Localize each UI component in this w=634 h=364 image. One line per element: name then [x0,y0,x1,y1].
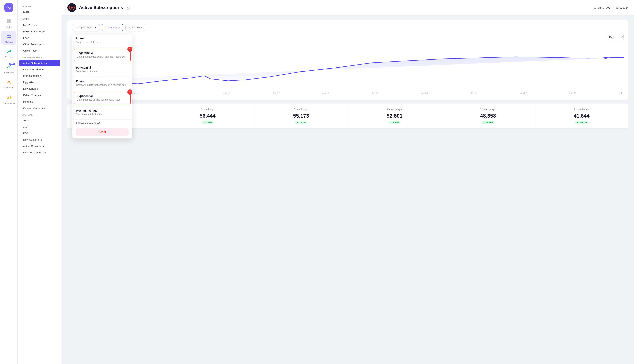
sidebar-item-arpu[interactable]: ARPU [19,117,60,124]
app-logo[interactable] [5,3,13,12]
trendline-logarithmic[interactable]: Logarithmic Data that changes quickly an… [74,49,131,62]
stat-value-1: 56,444 [164,113,251,119]
product-logo [67,3,76,12]
sidebar-item-refunds[interactable]: Refunds [19,98,60,105]
info-icon[interactable]: ℹ [126,6,130,10]
trendlines-dropdown: Linear Simple linear data sets 1 Logarit… [72,34,132,138]
moving-average-desc: Smoothes out fluctuations [76,113,128,116]
svg-rect-7 [9,37,11,38]
trendlines-label: Trendlines [105,26,117,29]
stat-24months: 24 months ago 41,644 ▲ 36.47% [535,104,628,128]
compare-dates-label: Compare Dates [76,26,94,29]
page-title: Active Subscriptions [79,5,123,10]
divider-6 [72,119,132,120]
sidebar-item-active-customers[interactable]: Active Customers [19,143,60,149]
sidebar: Revenue MRR ARR Net Revenue MRR Growth R… [18,0,62,364]
svg-rect-1 [9,20,11,21]
trendlines-button[interactable]: Trendlines ▴ [102,24,123,31]
sidebar-item-forecast-plus[interactable]: BETA Forecast+ [1,62,17,75]
home-label: Home [6,26,12,28]
x-label-9: Jun 27 [520,92,527,94]
sidebar-item-plan-quantities[interactable]: Plan Quantities [19,73,60,79]
sidebar-item-asp[interactable]: ASP [19,124,60,130]
sidebar-item-benchmarks[interactable]: Benchmarks [1,92,17,106]
customers-label: Customers [4,86,14,89]
x-label-5: Jun 19 [322,92,329,94]
compare-dates-button[interactable]: Compare Dates ▾ [72,24,100,31]
home-icon [5,18,13,25]
sidebar-item-fees[interactable]: Fees [19,35,60,41]
stat-1month: 1 month ago 56,444 ▲ 0.69% [161,104,254,128]
what-are-trendlines[interactable]: ℹ What are trendlines? [72,120,132,127]
svg-rect-11 [10,96,11,99]
sidebar-item-home[interactable]: Home [1,16,17,30]
icon-bar: Home Metrics Forecast [0,0,18,364]
content-area: Compare Dates ▾ Trendlines ▴ Annotations [62,16,634,364]
divider-5 [72,106,132,106]
sidebar-item-other-revenue[interactable]: Other Revenue [19,41,60,48]
sidebar-item-metrics[interactable]: Metrics [1,31,17,45]
benchmarks-icon [5,94,13,101]
stat-change-1: ▲ 0.69% [201,120,214,124]
stats-row: Current 56,831 1 month ago 56,444 ▲ 0.69… [67,104,628,128]
days-select[interactable]: Days Weeks Months [606,34,623,40]
stat-change-4: ▲ 17.52% [481,120,495,124]
sidebar-item-ltv[interactable]: LTV [19,130,60,136]
badge-1: 1 [127,47,132,52]
up-arrow-4: ▲ [483,121,485,124]
sidebar-item-new-customers[interactable]: New Customers [19,136,60,143]
sidebar-item-active-subscriptions[interactable]: Active Subscriptions [19,60,60,66]
stat-value-2: 55,173 [258,113,344,119]
divider-4 [72,90,132,90]
sidebar-item-upgrades[interactable]: Upgrades [19,79,60,86]
linear-desc: Simple linear data sets [76,41,128,44]
customer-section-label: Customer [18,111,62,117]
chevron-down-icon: ▾ [95,26,96,29]
x-label-11: Jul 1 [619,92,623,94]
toolbar: Compare Dates ▾ Trendlines ▴ Annotations [72,24,623,31]
power-desc: Comparing data that changes at a specifi… [76,84,128,87]
page-header: Active Subscriptions ℹ 🗓 Jun 3, 2024 → J… [62,0,634,16]
sidebar-item-new-subscriptions[interactable]: New Subscriptions [19,66,60,73]
stat-value-4: 48,358 [445,113,531,119]
sidebar-item-quick-ratio[interactable]: Quick Ratio [19,48,60,54]
stat-period-3: 6 months ago [351,108,438,111]
trendline-power[interactable]: Power Comparing data that changes at a s… [72,77,132,90]
svg-rect-9 [7,98,8,99]
metrics-icon [5,33,13,40]
svg-rect-0 [7,20,9,21]
date-range[interactable]: 🗓 Jun 3, 2024 → Jul 2, 2024 [594,6,628,9]
trendline-moving-average[interactable]: Moving Average Smoothes out fluctuations [72,106,132,119]
sidebar-item-failed-charges[interactable]: Failed Charges [19,92,60,98]
sidebar-item-forecast[interactable]: Forecast [1,46,17,60]
svg-rect-2 [7,22,9,23]
annotations-button[interactable]: Annotations [125,24,146,31]
sidebar-item-coupons-redeemed[interactable]: Coupons Redeemed [19,105,60,111]
app-container: Home Metrics Forecast [0,0,634,364]
sidebar-item-arr[interactable]: ARR [19,16,60,22]
trendline-linear[interactable]: Linear Simple linear data sets [72,34,132,47]
sidebar-item-downgrades[interactable]: Downgrades [19,86,60,92]
svg-rect-4 [7,35,9,36]
stat-period-4: 12 months ago [445,108,531,111]
logo-ring [69,5,75,10]
up-arrow-2: ▲ [297,121,299,124]
trendline-polynomial[interactable]: Polynomial Data that fluctuates [72,63,132,76]
forecast-label: Forecast [5,56,13,58]
sidebar-item-net-revenue[interactable]: Net Revenue [19,22,60,28]
sidebar-item-customers[interactable]: Customers [1,77,17,90]
date-range-text: Jun 3, 2024 → Jul 2, 2024 [598,6,628,9]
main-content: Active Subscriptions ℹ 🗓 Jun 3, 2024 → J… [62,0,634,364]
sidebar-item-mrr[interactable]: MRR [19,9,60,16]
x-label-10: Jun 29 [569,92,576,94]
stat-period-2: 3 months ago [258,108,344,111]
trendline-exponential[interactable]: Exponential Data that rises or falls at … [74,92,131,104]
info-circle-icon: ℹ [76,122,77,125]
divider-1 [72,47,132,48]
sidebar-item-mrr-growth-rate[interactable]: MRR Growth Rate [19,28,60,35]
sidebar-item-churned-customers[interactable]: Churned Customers [19,149,60,156]
moving-average-title: Moving Average [76,109,128,112]
x-label-8: Jun 25 [471,92,477,94]
reset-button[interactable]: Reset [76,128,128,136]
x-axis: Jun 3 Jun 5 Jun 15 Jun 17 Jun 19 Jun 21 … [84,90,623,96]
